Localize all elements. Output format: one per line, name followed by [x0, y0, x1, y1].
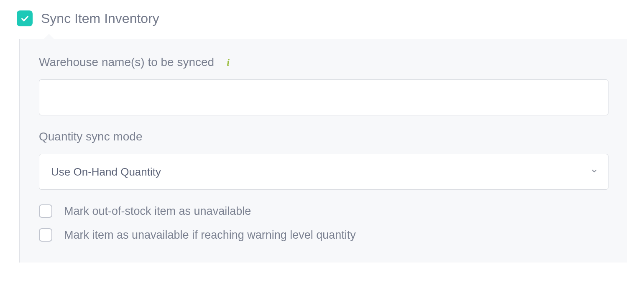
- quantity-mode-field-group: Quantity sync mode Use On-Hand Quantity: [39, 130, 608, 190]
- sync-inventory-checkbox[interactable]: [17, 10, 33, 26]
- quantity-mode-selected-value: Use On-Hand Quantity: [51, 166, 161, 178]
- warning-level-checkbox[interactable]: [39, 228, 52, 242]
- section-header: Sync Item Inventory: [17, 10, 627, 26]
- warning-level-label: Mark item as unavailable if reaching war…: [64, 229, 356, 242]
- out-of-stock-label: Mark out-of-stock item as unavailable: [64, 205, 251, 218]
- warehouse-input[interactable]: [39, 79, 608, 115]
- out-of-stock-checkbox[interactable]: [39, 204, 52, 218]
- quantity-mode-select[interactable]: Use On-Hand Quantity: [39, 154, 608, 190]
- info-icon[interactable]: i: [227, 57, 230, 68]
- warehouse-label: Warehouse name(s) to be synced: [39, 56, 214, 69]
- section-title: Sync Item Inventory: [41, 11, 159, 26]
- out-of-stock-option-row: Mark out-of-stock item as unavailable: [39, 204, 608, 218]
- check-icon: [20, 14, 29, 23]
- quantity-mode-label: Quantity sync mode: [39, 130, 608, 143]
- warning-level-option-row: Mark item as unavailable if reaching war…: [39, 228, 608, 242]
- warehouse-field-group: Warehouse name(s) to be synced i: [39, 56, 608, 115]
- quantity-mode-select-wrapper: Use On-Hand Quantity: [39, 154, 608, 190]
- warehouse-label-row: Warehouse name(s) to be synced i: [39, 56, 608, 69]
- settings-panel: Warehouse name(s) to be synced i Quantit…: [19, 39, 627, 263]
